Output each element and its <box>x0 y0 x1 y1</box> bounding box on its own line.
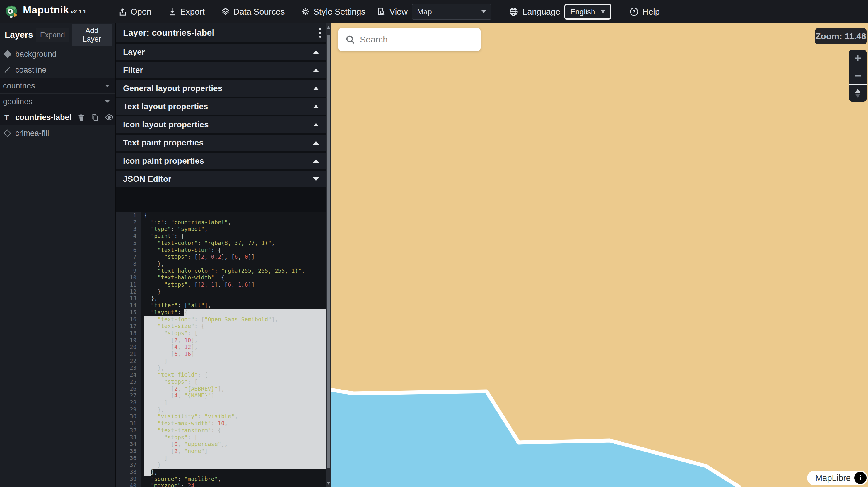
layer-group-geolines[interactable]: geolines <box>0 94 115 109</box>
json-editor[interactable]: 1{2 "id": "countries-label",3 "type": "s… <box>116 212 327 487</box>
section-header-json-editor[interactable]: JSON Editor <box>116 171 327 187</box>
map-canvas[interactable]: Zoom: 11.48 MapLibre i <box>331 24 868 487</box>
layer-item-coastline[interactable]: coastline <box>0 62 115 78</box>
selection-highlight: [4, "{NAME}"] <box>144 392 327 399</box>
export-button[interactable]: Export <box>168 7 205 17</box>
code-line: 4 "paint": { <box>116 233 327 240</box>
layer-editor-title: Layer: countries-label <box>123 28 314 38</box>
chevron-down-icon <box>313 177 319 181</box>
code-line: 12 } <box>116 288 327 295</box>
layer-group-countries[interactable]: countries <box>0 78 115 94</box>
compass-icon <box>855 89 860 98</box>
view-select[interactable]: Map <box>412 4 491 20</box>
line-number: 35 <box>116 448 141 455</box>
style-settings-button[interactable]: Style Settings <box>301 7 365 17</box>
chevron-up-icon <box>313 123 319 126</box>
section-label: Icon layout properties <box>123 120 313 129</box>
open-button[interactable]: Open <box>118 7 151 17</box>
layers-sidebar: Layers Expand Add Layer backgroundcoastl… <box>0 24 115 487</box>
section-header-icon-paint-properties[interactable]: Icon paint properties <box>116 153 327 169</box>
section-label: Text paint properties <box>123 138 313 148</box>
diamond-outline-icon <box>3 131 15 136</box>
line-number: 23 <box>116 364 141 371</box>
selection-highlight: [2, 10], <box>144 337 327 344</box>
info-icon[interactable]: i <box>854 472 867 484</box>
scrollbar-thumb[interactable] <box>327 35 330 468</box>
section-header-general-layout-properties[interactable]: General layout properties <box>116 80 327 97</box>
line-number: 1 <box>116 212 141 219</box>
add-layer-button[interactable]: Add Layer <box>72 24 112 46</box>
delete-icon[interactable] <box>77 113 85 122</box>
sidebar-header: Layers Expand Add Layer <box>0 24 115 46</box>
layer-options-kebab-icon[interactable] <box>314 27 327 39</box>
section-header-layer[interactable]: Layer <box>116 44 327 60</box>
line-number: 27 <box>116 392 141 399</box>
line-number: 6 <box>116 247 141 254</box>
search-input[interactable] <box>360 35 475 44</box>
reset-bearing-button[interactable] <box>849 84 867 102</box>
section-header-text-layout-properties[interactable]: Text layout properties <box>116 98 327 115</box>
layer-label: countries <box>3 82 35 91</box>
line-number: 24 <box>116 371 141 379</box>
line-number: 12 <box>116 288 141 295</box>
code-line: 38 }, <box>116 468 327 476</box>
section-header-text-paint-properties[interactable]: Text paint properties <box>116 135 327 151</box>
code-line: 17 "text-size": { <box>116 323 327 330</box>
selection-highlight: [0, "uppercase"], <box>144 441 327 448</box>
line-number: 7 <box>116 254 141 260</box>
zoom-level-badge: Zoom: 11.48 <box>815 28 867 44</box>
section-header-icon-layout-properties[interactable]: Icon layout properties <box>116 117 327 133</box>
selection-highlight: "text-size": { <box>144 323 327 330</box>
line-number: 14 <box>116 302 141 309</box>
code-line: 13 }, <box>116 295 327 302</box>
line-number: 38 <box>116 468 141 476</box>
data-sources-button[interactable]: Data Sources <box>221 7 285 17</box>
chevron-up-icon <box>313 141 319 144</box>
layer-label: background <box>15 50 57 59</box>
panel-scrollbar[interactable] <box>326 24 331 487</box>
help-button[interactable]: ? Help <box>629 7 660 17</box>
zoom-out-button[interactable] <box>849 67 867 84</box>
code-line: 36 ] <box>116 455 327 462</box>
map-coastline-graphic <box>331 24 868 487</box>
code-line: 37 } <box>116 461 327 468</box>
attribution-link[interactable]: MapLibre <box>815 473 851 483</box>
scroll-up-icon[interactable] <box>327 26 330 29</box>
selection-highlight: "text-max-width": 10, <box>144 420 327 427</box>
selection-highlight: ] <box>144 399 327 406</box>
zoom-in-button[interactable] <box>849 50 867 67</box>
layer-item-crimea-fill[interactable]: crimea-fill <box>0 125 115 141</box>
diamond-filled-icon <box>3 51 15 57</box>
language-select-value: English <box>570 7 595 17</box>
layer-label: coastline <box>15 66 46 75</box>
layers-icon <box>221 7 230 16</box>
code-line: 33 "stops": [ <box>116 434 327 441</box>
open-label: Open <box>131 7 151 17</box>
scroll-down-icon[interactable] <box>327 482 330 485</box>
layer-item-countries-label[interactable]: Tcountries-label <box>0 109 115 125</box>
line-number: 9 <box>116 267 141 274</box>
selection-highlight <box>144 468 151 476</box>
water-polygon <box>331 390 739 487</box>
line-icon <box>3 66 15 74</box>
chevron-down-icon <box>105 100 110 103</box>
code-line: 21 [6, 16] <box>116 351 327 358</box>
code-line: 19 [2, 10], <box>116 337 327 344</box>
language-select[interactable]: English <box>564 4 611 20</box>
layer-item-background[interactable]: background <box>0 46 115 62</box>
code-line: 26 [2, "{ABBREV}"], <box>116 385 327 392</box>
line-number: 31 <box>116 420 141 427</box>
map-attribution: MapLibre i <box>807 470 868 485</box>
line-number: 20 <box>116 344 141 351</box>
line-number: 8 <box>116 260 141 267</box>
layers-title: Layers <box>5 30 33 40</box>
layer-label: countries-label <box>15 113 71 122</box>
selection-highlight: "stops": [ <box>144 330 327 337</box>
section-header-filter[interactable]: Filter <box>116 62 327 78</box>
chevron-up-icon <box>313 50 319 54</box>
duplicate-icon[interactable] <box>91 113 99 122</box>
selection-highlight: [6, 16] <box>144 351 327 358</box>
visibility-icon[interactable] <box>105 113 114 122</box>
data-sources-label: Data Sources <box>234 7 285 17</box>
expand-button[interactable]: Expand <box>36 28 69 42</box>
